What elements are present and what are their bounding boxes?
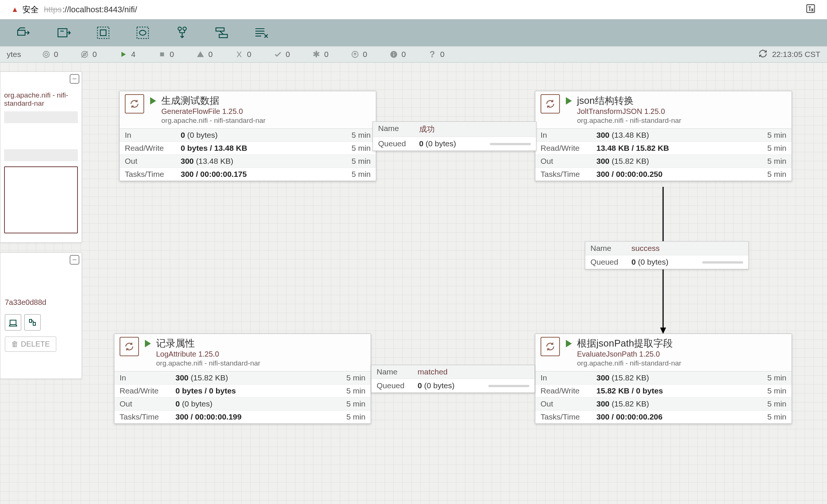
processor-stats: In300 (15.82 KB)5 minRead/Write15.82 KB … — [535, 371, 792, 424]
processor-name: 生成测试数据 — [161, 94, 266, 107]
processor-bundle: org.apache.nifi - nifi-standard-nar — [577, 117, 681, 125]
minimap-viewport[interactable] — [4, 166, 78, 233]
stat-value: 0 (0 bytes) — [175, 399, 346, 408]
stat-time: 5 min — [767, 157, 786, 166]
processor-2[interactable]: 记录属性LogAttribute 1.25.0org.apache.nifi -… — [114, 334, 371, 424]
queue-usage-bar — [488, 385, 529, 387]
status-value: 0 — [286, 50, 290, 59]
stat-row: Read/Write0 bytes / 0 bytes5 min — [114, 385, 371, 398]
flow-canvas[interactable]: − org.apache.nifi - nifi-standard-nar − … — [0, 63, 827, 504]
svg-rect-0 — [807, 4, 815, 12]
collapse-icon[interactable]: − — [70, 255, 79, 265]
flow-status-bar: ytes 0040000✱000?0 22:13:05 CST — [0, 46, 827, 63]
processor-3[interactable]: 根据jsonPath提取字段EvaluateJsonPath 1.25.0org… — [535, 334, 792, 424]
add-template-button[interactable] — [252, 23, 270, 42]
connection-name: matched — [418, 367, 448, 376]
minimap-item — [4, 149, 78, 161]
running-icon — [145, 340, 151, 347]
last-refresh: 22:13:05 CST — [758, 49, 820, 60]
status-stop: 0 — [158, 50, 174, 59]
stat-value: 300 / 00:00:00.250 — [596, 170, 767, 179]
connection-name: 成功 — [419, 124, 435, 134]
address-bar[interactable]: ▲ 安全 https ://localhost:8443/nifi/ — [0, 0, 827, 19]
running-icon — [150, 97, 156, 105]
processor-0[interactable]: 生成测试数据GenerateFlowFile 1.25.0org.apache.… — [119, 91, 376, 181]
connection-2[interactable]: NamematchedQueued0 (0 bytes) — [371, 365, 535, 393]
stat-value: 300 (13.48 KB) — [181, 157, 352, 166]
status-value: 0 — [402, 50, 406, 59]
up-icon — [351, 50, 359, 58]
stat-row: Tasks/Time300 / 00:00:00.1755 min — [120, 168, 376, 181]
connection-0[interactable]: Name成功Queued0 (0 bytes) — [373, 121, 536, 151]
processor-type: GenerateFlowFile 1.25.0 — [161, 107, 266, 116]
component-toolbar — [0, 19, 827, 46]
snowflake-icon: ✱ — [312, 50, 320, 58]
add-processor-button[interactable] — [15, 23, 34, 42]
add-output-port-button[interactable] — [94, 23, 113, 42]
add-process-group-button[interactable] — [133, 23, 152, 42]
processor-type: LogAttribute 1.25.0 — [156, 350, 260, 358]
stat-time: 5 min — [767, 144, 786, 153]
svg-point-10 — [45, 53, 47, 55]
add-input-port-button[interactable] — [54, 23, 73, 42]
configure-button[interactable] — [5, 314, 21, 331]
processor-header: 记录属性LogAttribute 1.25.0org.apache.nifi -… — [114, 334, 371, 371]
stat-label: Read/Write — [125, 144, 181, 153]
stat-value: 300 / 00:00:00.199 — [175, 412, 346, 421]
stat-row: Tasks/Time300 / 00:00:00.2505 min — [535, 168, 792, 181]
stat-row: In0 (0 bytes)5 min — [120, 129, 376, 142]
stat-row: In300 (15.82 KB)5 min — [535, 371, 792, 385]
status-question: ?0 — [428, 50, 444, 59]
stat-time: 5 min — [352, 170, 371, 179]
processor-name: 根据jsonPath提取字段 — [577, 337, 681, 350]
label-queued: Queued — [590, 258, 631, 267]
stat-label: In — [120, 373, 175, 382]
refresh-icon[interactable] — [758, 49, 767, 60]
stat-label: Read/Write — [541, 386, 596, 395]
stat-value: 300 (15.82 KB) — [596, 399, 767, 408]
connection-name: success — [631, 244, 660, 253]
stat-label: Out — [541, 157, 596, 166]
status-value: 0 — [363, 50, 367, 59]
stat-row: Tasks/Time300 / 00:00:00.2065 min — [535, 411, 792, 424]
svg-point-5 — [178, 27, 181, 31]
enable-button[interactable] — [24, 314, 41, 331]
stat-value: 300 (15.82 KB) — [596, 157, 767, 166]
play-icon — [119, 50, 127, 58]
processor-stats: In300 (15.82 KB)5 minRead/Write0 bytes /… — [114, 371, 371, 424]
stat-label: Read/Write — [541, 144, 596, 153]
security-label: 安全 — [22, 4, 39, 15]
status-value: 0 — [324, 50, 329, 59]
translate-icon[interactable] — [805, 3, 816, 16]
queue-usage-bar — [490, 143, 531, 145]
tools-icon — [235, 50, 243, 58]
svg-point-9 — [43, 51, 49, 58]
processor-bundle: org.apache.nifi - nifi-standard-nar — [156, 359, 260, 367]
delete-button[interactable]: 🗑 DELETE — [5, 336, 56, 352]
svg-rect-19 — [393, 54, 394, 56]
collapse-icon[interactable]: − — [70, 74, 79, 84]
stat-time: 5 min — [352, 157, 371, 166]
svg-rect-8 — [219, 34, 227, 38]
stat-value: 13.48 KB / 15.82 KB — [596, 144, 767, 153]
stat-label: In — [125, 131, 181, 140]
add-remote-group-button[interactable] — [173, 23, 191, 42]
svg-marker-14 — [121, 52, 126, 57]
stat-value: 300 / 00:00:00.175 — [181, 170, 352, 179]
processor-header: 生成测试数据GenerateFlowFile 1.25.0org.apache.… — [120, 91, 376, 128]
connection-queued-row: Queued0 (0 bytes) — [585, 255, 748, 269]
label-name: Name — [590, 244, 631, 253]
stat-time: 5 min — [352, 131, 371, 140]
component-id: 7a33e0d88d — [0, 294, 82, 311]
stat-time: 5 min — [346, 399, 365, 408]
running-icon — [566, 97, 572, 105]
connection-1[interactable]: NamesuccessQueued0 (0 bytes) — [585, 241, 749, 269]
processor-stats: In0 (0 bytes)5 minRead/Write0 bytes / 13… — [120, 128, 376, 181]
panel-bundle-label: org.apache.nifi - nifi-standard-nar — [4, 91, 78, 108]
add-funnel-button[interactable] — [212, 23, 231, 42]
stat-row: Out300 (15.82 KB)5 min — [535, 398, 792, 411]
processor-1[interactable]: json结构转换JoltTransformJSON 1.25.0org.apac… — [535, 91, 792, 181]
url-scheme: https — [44, 5, 62, 15]
label-name: Name — [377, 367, 418, 376]
label-queued: Queued — [377, 381, 418, 390]
